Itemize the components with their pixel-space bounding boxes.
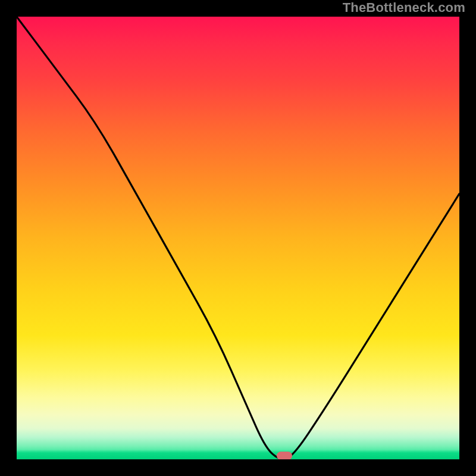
plot-area [17,17,459,459]
optimum-marker-icon [277,452,292,459]
chart-container: TheBottleneck.com [0,0,476,476]
watermark-text: TheBottleneck.com [343,0,465,15]
bottleneck-curve [17,17,459,459]
